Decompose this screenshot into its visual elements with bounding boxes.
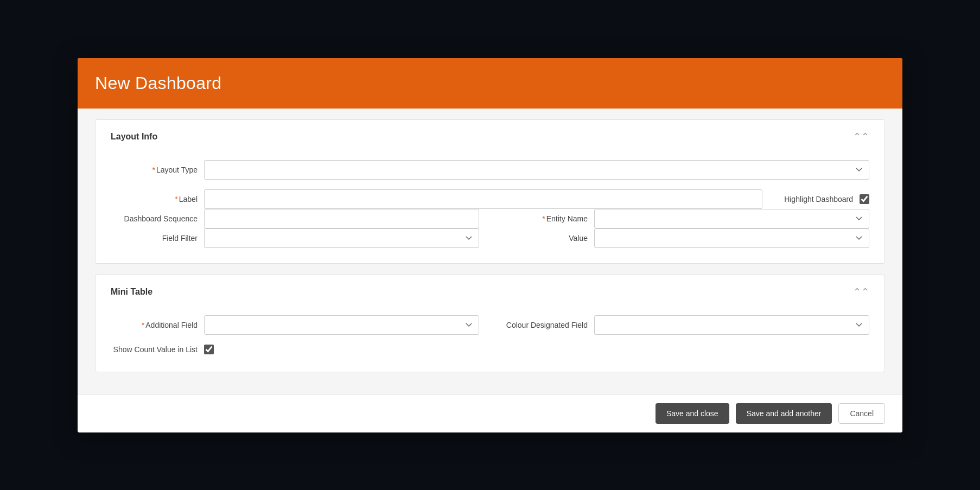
value-label: Value [501, 234, 588, 243]
dashboard-sequence-input[interactable] [204, 209, 479, 228]
highlight-dashboard-label: Highlight Dashboard [784, 195, 853, 203]
layout-type-label: Layout Type [111, 166, 198, 174]
sequence-entity-row: Dashboard Sequence Entity Name [111, 209, 869, 228]
additional-field-field: Additional Field [111, 315, 479, 335]
label-field: Label [111, 189, 762, 209]
layout-info-section: Layout Info ⌃⌃ Layout Type Label [95, 119, 885, 264]
colour-designated-label: Colour Designated Field [501, 321, 588, 329]
colour-designated-select[interactable] [594, 315, 869, 335]
entity-name-select[interactable] [594, 209, 869, 228]
additional-colour-row: Additional Field Colour Designated Field [111, 315, 869, 335]
dashboard-sequence-field: Dashboard Sequence [111, 209, 479, 228]
show-count-field: Show Count Value in List [111, 345, 869, 354]
highlight-dashboard-group: Highlight Dashboard [784, 194, 869, 204]
modal-header: New Dashboard [78, 58, 902, 109]
mini-table-header: Mini Table ⌃⌃ [111, 286, 869, 302]
highlight-dashboard-checkbox[interactable] [860, 194, 869, 204]
filter-value-row: Field Filter Value [111, 228, 869, 248]
layout-info-collapse-icon[interactable]: ⌃⌃ [853, 131, 869, 143]
new-dashboard-modal: New Dashboard Layout Info ⌃⌃ Layout Type [78, 58, 902, 432]
entity-name-label: Entity Name [501, 214, 588, 223]
label-field-label: Label [111, 195, 198, 203]
entity-name-field: Entity Name [501, 209, 869, 228]
layout-info-title: Layout Info [111, 132, 157, 142]
field-filter-select[interactable] [204, 228, 479, 248]
field-filter-label: Field Filter [111, 234, 198, 243]
colour-designated-field: Colour Designated Field [501, 315, 869, 335]
additional-field-select[interactable] [204, 315, 479, 335]
label-input[interactable] [204, 189, 762, 209]
label-highlight-row: Label Highlight Dashboard [111, 189, 869, 209]
value-select[interactable] [594, 228, 869, 248]
show-count-label: Show Count Value in List [111, 345, 198, 354]
value-field: Value [501, 228, 869, 248]
show-count-row: Show Count Value in List [111, 345, 869, 357]
layout-type-select[interactable] [204, 160, 869, 180]
field-filter-field: Field Filter [111, 228, 479, 248]
mini-table-title: Mini Table [111, 287, 152, 297]
show-count-checkbox[interactable] [204, 345, 214, 354]
additional-field-label: Additional Field [111, 321, 198, 329]
save-close-button[interactable]: Save and close [656, 403, 729, 424]
layout-info-header: Layout Info ⌃⌃ [111, 131, 869, 147]
layout-type-field: Layout Type [111, 160, 869, 180]
dashboard-sequence-label: Dashboard Sequence [111, 214, 198, 223]
modal-body: Layout Info ⌃⌃ Layout Type Label [78, 109, 902, 394]
layout-type-row: Layout Type [111, 160, 869, 180]
mini-table-collapse-icon[interactable]: ⌃⌃ [853, 286, 869, 298]
modal-title: New Dashboard [95, 73, 885, 93]
mini-table-section: Mini Table ⌃⌃ Additional Field Colour De… [95, 275, 885, 372]
save-add-another-button[interactable]: Save and add another [736, 403, 832, 424]
modal-footer: Save and close Save and add another Canc… [78, 394, 902, 432]
cancel-button[interactable]: Cancel [838, 403, 885, 424]
